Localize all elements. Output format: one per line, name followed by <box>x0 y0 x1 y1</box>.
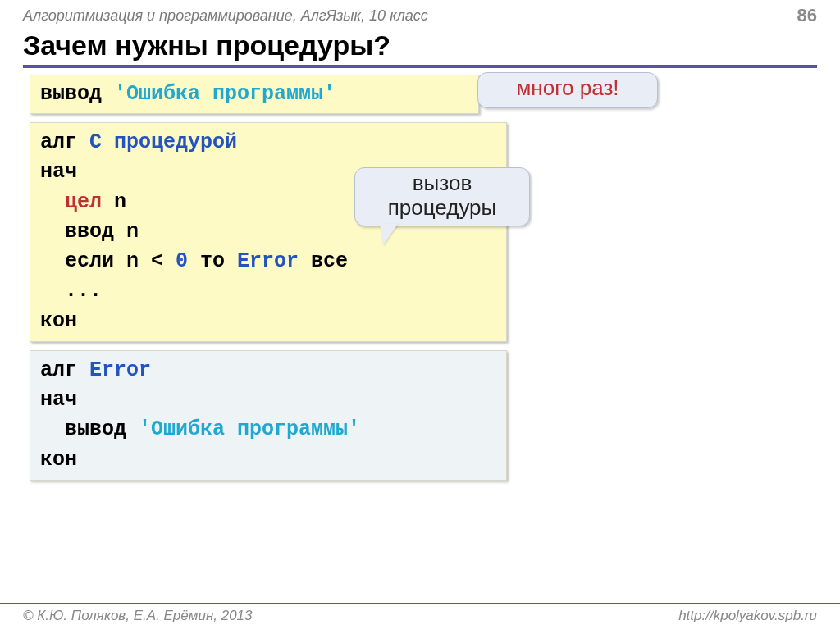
code-box-error-proc: алг Error нач вывод 'Ошибка программы' к… <box>30 350 507 481</box>
code-box-main: алг С процедурой нач цел n ввод n если n… <box>30 122 507 342</box>
kw-then: то <box>188 249 237 273</box>
kw-alg2: алг <box>40 358 89 382</box>
title-underline <box>23 65 817 68</box>
kw-output: вывод <box>40 82 114 106</box>
kw-alg: алг <box>40 130 89 154</box>
kw-begin2: нач <box>40 385 496 415</box>
callout-many-times: много раз! <box>477 72 658 108</box>
str-error2: 'Ошибка программы' <box>139 417 360 441</box>
kw-output2: вывод <box>65 417 139 441</box>
var-n: n <box>102 190 126 214</box>
str-error: 'Ошибка программы' <box>114 82 336 106</box>
content-area: много раз! вывод 'Ошибка программы' вызо… <box>0 75 840 481</box>
type-int: цел <box>65 190 102 214</box>
kw-input: ввод n <box>40 217 139 247</box>
id-error-def: Error <box>89 358 151 382</box>
copyright: © К.Ю. Поляков, Е.А. Ерёмин, 2013 <box>23 608 253 624</box>
course-title: Алгоритмизация и программирование, АлгЯз… <box>23 7 428 25</box>
num-zero: 0 <box>176 249 188 273</box>
ellipsis: ... <box>40 276 102 306</box>
callout-proc-call: вызов процедуры <box>354 167 530 226</box>
id-error-call: Error <box>237 249 299 273</box>
kw-if-a: если n < <box>65 249 176 273</box>
callout-line2: процедуры <box>362 196 523 221</box>
site-url: http://kpolyakov.spb.ru <box>678 608 817 624</box>
kw-end2: кон <box>40 445 496 475</box>
footer: © К.Ю. Поляков, Е.А. Ерёмин, 2013 http:/… <box>0 603 840 629</box>
callout-line1: вызов <box>362 171 523 196</box>
id-procname: С процедурой <box>89 130 237 154</box>
header-bar: Алгоритмизация и программирование, АлгЯз… <box>0 0 840 28</box>
page-number: 86 <box>797 5 817 26</box>
code-box-output: вывод 'Ошибка программы' <box>30 75 479 114</box>
kw-end: кон <box>40 307 496 336</box>
slide-title: Зачем нужны процедуры? <box>23 30 817 62</box>
kw-all: все <box>299 249 348 273</box>
